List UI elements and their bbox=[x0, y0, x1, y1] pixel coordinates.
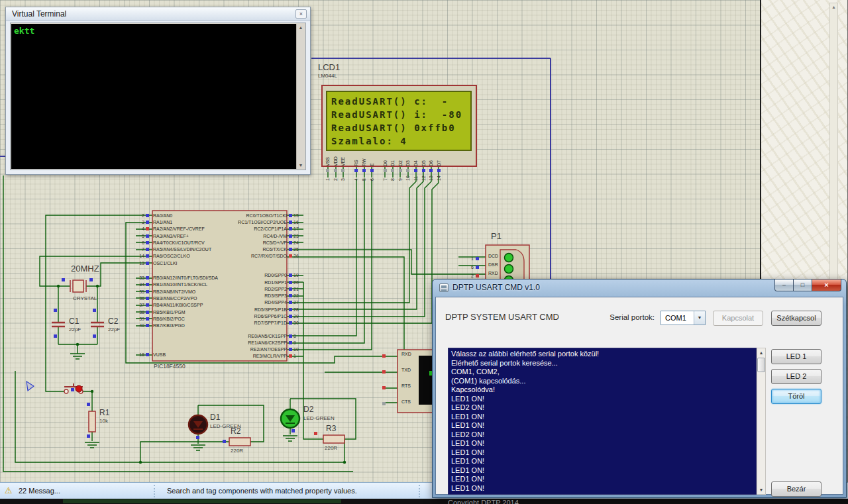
led2-button[interactable]: LED 2 bbox=[771, 369, 822, 384]
dptp-window[interactable]: DPTP USART CMD v1.0 – □ × DPTP SYSTEM US… bbox=[432, 279, 847, 498]
c2-value: 22pF bbox=[108, 327, 120, 332]
vterm-pin-squares bbox=[382, 354, 386, 418]
resistor-r2[interactable] bbox=[229, 438, 250, 446]
status-hint-text: Search and tag components with matched p… bbox=[167, 487, 357, 495]
pin-square bbox=[437, 169, 441, 172]
status-message-count[interactable]: 22 Messag... bbox=[19, 487, 60, 495]
c1-ref: C1 bbox=[69, 317, 79, 326]
lcd-part: LM044L bbox=[318, 73, 337, 79]
virtual-terminal-console[interactable]: ektt bbox=[11, 24, 296, 169]
mcu-pin: RC1/T1OSI/CCP2/UOE 16 bbox=[159, 219, 302, 225]
app-icon bbox=[439, 283, 449, 292]
virtual-terminal-window[interactable]: Virtual Terminal × ektt ▲ ▼ bbox=[5, 7, 311, 175]
minimize-button[interactable]: – bbox=[774, 279, 794, 291]
pin-square bbox=[476, 257, 479, 260]
scroll-up-icon[interactable]: ▲ bbox=[830, 5, 837, 9]
virtual-terminal-scrollbar[interactable]: ▲ ▼ bbox=[296, 24, 305, 169]
mcu-pin: RD0/SPP0 19 bbox=[159, 272, 302, 279]
resistor-r1[interactable] bbox=[89, 411, 95, 432]
led1-button[interactable]: LED 1 bbox=[771, 349, 822, 364]
warning-icon: ⚠ bbox=[5, 485, 13, 495]
mcu-pin: RE0/AN5/CK1SPP 8 bbox=[159, 332, 302, 339]
console-line: LED1 ON! bbox=[451, 475, 753, 484]
pin-square bbox=[370, 169, 374, 172]
mcu-pin: RD2/SPP2 21 bbox=[159, 285, 302, 292]
lcd-display-line: Szamlalo: 4 bbox=[331, 134, 470, 148]
console-line: LED2 ON! bbox=[451, 403, 753, 413]
lcd-pin: D3 10 bbox=[404, 150, 412, 181]
scroll-up-icon[interactable]: ▲ bbox=[297, 25, 305, 30]
d2-part: LED-GREEN bbox=[303, 415, 335, 421]
dptp-console[interactable]: Válassz az alábbi elérhető serial portok… bbox=[448, 348, 757, 495]
mcu-pin: RE3/MCLR/VPP 1 bbox=[159, 353, 302, 360]
lcd-pin: VDD 2 bbox=[332, 150, 340, 181]
console-line: LED1 ON! bbox=[451, 395, 753, 404]
pin-square bbox=[146, 234, 149, 238]
pin-square bbox=[146, 290, 149, 293]
close-button[interactable]: × bbox=[812, 279, 841, 291]
pin-square bbox=[362, 169, 366, 172]
lcd-pin: D0 7 bbox=[381, 150, 389, 181]
pin-square bbox=[341, 169, 344, 172]
pin-square bbox=[429, 169, 433, 172]
pin-square bbox=[334, 169, 337, 172]
pin-square bbox=[422, 169, 425, 172]
pushbutton[interactable] bbox=[64, 389, 68, 393]
scroll-down-icon[interactable]: ▼ bbox=[757, 485, 765, 494]
pin-square bbox=[414, 169, 417, 172]
console-scrollbar[interactable]: ▲ ▼ bbox=[757, 348, 766, 495]
mcu-pin: RD4/SPP4 27 bbox=[159, 299, 302, 306]
pin-square bbox=[146, 241, 149, 244]
scroll-up-icon[interactable]: ▲ bbox=[757, 348, 765, 357]
scrollbar-thumb[interactable] bbox=[757, 358, 765, 372]
lcd-display-line: ReadUSART() i: -80 bbox=[331, 108, 470, 121]
connect-button[interactable]: Kapcsolat bbox=[713, 311, 763, 326]
console-line: COM1, COM2, bbox=[451, 368, 753, 377]
console-line: LED1 ON! bbox=[451, 457, 753, 466]
mcu-pin: RC2/CCP1/P1A 17 bbox=[159, 226, 302, 232]
mcu-pin: RE2/AN7/OESPP 10 bbox=[159, 346, 302, 353]
lcd-pin: D1 8 bbox=[389, 150, 397, 181]
mcu-pin: RE1/AN6/CK2SPP 9 bbox=[159, 339, 302, 346]
pin-square bbox=[289, 221, 292, 224]
serial-port-select[interactable]: COM1 ▼ bbox=[661, 311, 706, 325]
mcu-right-pins: RC0/T1OSO/T1CKI 15 RC1/T1OSI/CCP2/UOE 16… bbox=[159, 212, 302, 360]
maximize-button[interactable]: □ bbox=[794, 279, 812, 291]
d1-ref: D1 bbox=[210, 413, 220, 422]
clear-button[interactable]: Töröl bbox=[771, 389, 822, 404]
pin-square bbox=[146, 276, 149, 279]
mcu-pin: RD3/SPP3 22 bbox=[159, 292, 302, 299]
crystal-value: 20MHZ bbox=[71, 264, 99, 274]
pin-square bbox=[391, 169, 394, 172]
console-line: LED1 ON! bbox=[451, 466, 753, 476]
button-actuator-icon[interactable] bbox=[76, 385, 82, 392]
pin-square bbox=[289, 248, 292, 251]
window-title: DPTP USART CMD v1.0 bbox=[452, 283, 540, 292]
mcu-pin: RD7/SPP7/P1D 30 bbox=[159, 320, 302, 327]
console-line: LED1 ON! bbox=[451, 484, 753, 493]
pin-square bbox=[146, 297, 149, 300]
c2-ref: C2 bbox=[108, 317, 118, 326]
pin-square bbox=[382, 354, 386, 358]
resistor-r3[interactable] bbox=[323, 435, 344, 443]
close-icon[interactable]: × bbox=[295, 9, 307, 19]
dptp-titlebar[interactable]: DPTP USART CMD v1.0 bbox=[439, 283, 540, 292]
pin-square bbox=[289, 287, 292, 291]
chevron-down-icon[interactable]: ▼ bbox=[694, 311, 705, 325]
virtual-terminal-titlebar[interactable]: Virtual Terminal bbox=[6, 7, 310, 21]
lcd-pin: D6 13 bbox=[427, 150, 435, 181]
pin-square bbox=[146, 262, 149, 265]
lcd-display-line: ReadUSART() c: - bbox=[331, 95, 470, 108]
disconnect-button[interactable]: Szétkapcsol bbox=[771, 311, 822, 326]
selected-port: COM1 bbox=[665, 314, 686, 322]
close-dialog-button[interactable]: Bezár bbox=[771, 481, 822, 497]
crystal-body[interactable] bbox=[73, 280, 83, 292]
c1-value: 22pF bbox=[69, 327, 81, 332]
console-line: LED2 ON! bbox=[451, 430, 753, 440]
scroll-down-icon[interactable]: ▼ bbox=[297, 163, 305, 168]
pin-square bbox=[146, 303, 149, 307]
lcd-pin: D2 9 bbox=[397, 150, 405, 181]
pin-square bbox=[146, 353, 149, 356]
button-arrow-icon bbox=[26, 381, 34, 391]
lcd-pin-row: VSS 1 VDD 2 VEE 3 RS 4 RW bbox=[324, 150, 443, 181]
